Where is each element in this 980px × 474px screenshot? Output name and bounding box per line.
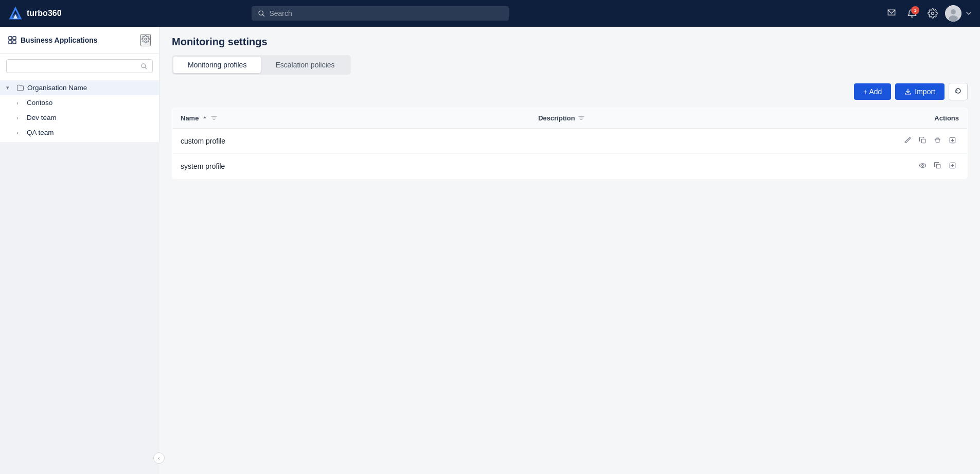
search-icon [258,10,265,17]
import-button[interactable]: Import [895,83,945,100]
table-row: custom profile [172,129,968,154]
col-description-header: Description [530,108,888,129]
notification-badge: 3 [911,6,919,14]
app-name: turbo360 [27,9,62,18]
page-title: Monitoring settings [172,36,968,48]
sidebar-title-area: Business Applications [8,36,98,44]
table-toolbar: + Add Import [172,83,968,100]
sidebar-header: Business Applications [0,27,159,54]
search-input[interactable] [269,9,503,17]
search-bar[interactable] [252,6,509,21]
main-header: Monitoring settings Monitoring profiles … [159,27,980,75]
gear-icon [928,8,938,19]
folder-icon [16,84,24,92]
chevron-down-icon: ▾ [6,84,13,91]
tab-bar: Monitoring profiles Escalation policies [172,55,351,75]
chevron-right-icon: › [16,115,24,121]
notifications-button[interactable]: 3 [904,5,920,22]
svg-rect-16 [921,139,925,143]
sidebar-item-org[interactable]: ▾ Organisation Name [0,80,159,95]
add-button[interactable]: + Add [854,83,891,100]
svg-point-7 [951,9,956,14]
chevron-down-icon [966,10,972,16]
name-filter-icon[interactable] [211,115,217,121]
tab-monitoring-profiles[interactable]: Monitoring profiles [173,57,261,73]
sidebar: Business Applications [0,27,159,142]
profiles-table: Name Description [172,108,968,179]
row-actions-system [888,154,968,179]
svg-rect-11 [9,41,12,44]
topnav: turbo360 3 [0,0,980,27]
sidebar-qateam-label: QA team [27,129,153,136]
app-body: Business Applications [0,27,980,474]
svg-rect-9 [9,37,12,40]
svg-point-19 [922,165,924,167]
chevron-right-icon: › [16,100,24,106]
svg-point-13 [145,38,147,40]
import-icon [904,88,912,95]
row-name-custom: custom profile [172,129,530,154]
row-name-system: system profile [172,154,530,179]
export-button[interactable] [946,135,959,147]
svg-rect-20 [936,164,940,168]
avatar[interactable] [945,5,961,22]
sidebar-tree: ▾ Organisation Name › Contoso › Dev team [0,78,159,142]
main-content: Monitoring settings Monitoring profiles … [159,27,980,474]
svg-point-18 [920,164,926,168]
sidebar-item-contoso[interactable]: › Contoso [0,95,159,110]
table-row: system profile [172,154,968,179]
sidebar-collapse-button[interactable]: ‹ [153,452,165,464]
copy-button[interactable] [931,160,944,172]
col-name-header: Name [172,108,530,129]
grid-icon [8,36,16,44]
svg-rect-10 [13,37,16,40]
sidebar-title: Business Applications [21,36,98,44]
svg-line-4 [263,14,264,16]
svg-line-15 [145,67,147,69]
tab-escalation-policies[interactable]: Escalation policies [261,57,349,73]
message-icon [886,8,897,19]
svg-point-5 [931,12,934,15]
row-desc-custom [530,129,888,154]
sidebar-devteam-label: Dev team [27,114,153,121]
topnav-actions: 3 [883,5,972,22]
row-actions-custom [888,129,968,154]
sidebar-contoso-label: Contoso [27,99,153,107]
col-actions-header: Actions [888,108,968,129]
table-area: + Add Import [159,75,980,474]
sidebar-search-bar[interactable] [6,59,153,73]
settings-button[interactable] [924,5,941,22]
messages-button[interactable] [883,5,900,22]
sidebar-settings-button[interactable] [140,34,151,46]
refresh-button[interactable] [949,83,968,100]
edit-button[interactable] [901,135,914,147]
chevron-right-icon: › [16,130,24,136]
row-desc-system [530,154,888,179]
copy-button[interactable] [916,135,929,147]
view-button[interactable] [916,160,929,172]
export-button[interactable] [946,160,959,172]
app-logo[interactable]: turbo360 [8,6,62,21]
refresh-icon [954,87,962,95]
delete-button[interactable] [931,135,944,147]
svg-point-8 [949,15,958,22]
svg-rect-12 [13,41,16,44]
sidebar-wrap: Business Applications [0,27,159,474]
sidebar-org-label: Organisation Name [27,84,153,92]
sort-asc-icon[interactable] [202,115,208,121]
sidebar-search-input[interactable] [12,62,137,70]
logo-icon [8,6,23,21]
sidebar-search-icon [140,63,147,69]
sidebar-item-devteam[interactable]: › Dev team [0,110,159,125]
description-filter-icon[interactable] [578,115,584,121]
sidebar-item-qateam[interactable]: › QA team [0,125,159,140]
